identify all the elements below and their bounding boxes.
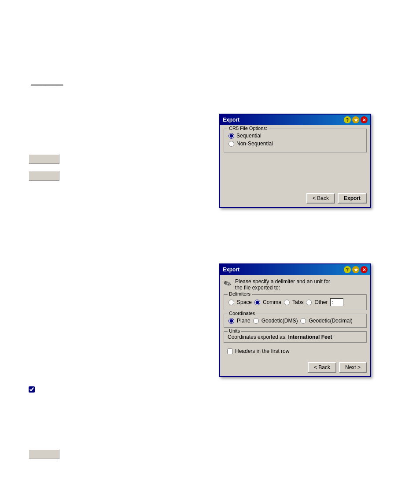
- dialog1-star-icon[interactable]: ★: [352, 116, 359, 123]
- delimiter-space-radio[interactable]: [228, 300, 234, 305]
- top-link[interactable]: ___________: [31, 79, 63, 85]
- dialog2-info-text: Please specify a delimiter and an unit f…: [235, 278, 330, 291]
- dialog1-export-button[interactable]: Export: [338, 193, 367, 204]
- coord-geodetic-decimal-radio[interactable]: [300, 318, 306, 324]
- bottom-checkbox[interactable]: [29, 386, 35, 393]
- dialog2-back-button[interactable]: < Back: [308, 362, 336, 373]
- coordinates-label: Coordinates: [228, 311, 256, 316]
- coordinates-row: Plane Geodetic(DMS) Geodetic(Decimal): [228, 318, 362, 324]
- dialog1-title: Export: [223, 117, 239, 123]
- dialog1-help-icon[interactable]: ?: [344, 116, 351, 123]
- cr5-options-group: CR5 File Options: Sequential Non-Sequent…: [224, 129, 367, 152]
- bottom-checkbox-area: [29, 386, 35, 393]
- delimiter-tabs-radio[interactable]: [284, 300, 290, 305]
- dialog1-titlebar-icons: ? ★ ✕: [344, 116, 368, 123]
- dialog1-back-button[interactable]: < Back: [306, 193, 335, 204]
- delimiter-other-input[interactable]: [330, 298, 343, 306]
- left-button-1[interactable]: [29, 154, 59, 164]
- coord-plane-label: Plane: [237, 318, 251, 324]
- dialog2-titlebar-icons: ? ★ ✕: [344, 266, 368, 273]
- dialog2-info-line1: Please specify a delimiter and an unit f…: [235, 278, 330, 285]
- dialog2-titlebar: Export ? ★ ✕: [220, 264, 370, 275]
- units-group: Units Coordinates exported as: Internati…: [224, 331, 367, 343]
- dialog2-info-line2: the file exported to:: [235, 285, 330, 291]
- left-button-bottom[interactable]: [29, 449, 59, 459]
- dialog1-body: CR5 File Options: Sequential Non-Sequent…: [220, 125, 370, 190]
- nonsequential-row: Non-Sequential: [228, 141, 362, 147]
- export-dialog-2: Export ? ★ ✕ ✏ Please specify a delimite…: [219, 263, 371, 377]
- delimiter-comma-label: Comma: [263, 299, 281, 305]
- dialog2-title: Export: [223, 267, 239, 273]
- pen-icon: ✏: [222, 278, 233, 291]
- export-dialog-1: Export ? ★ ✕ CR5 File Options: Sequentia…: [219, 114, 371, 208]
- delimiter-tabs-label: Tabs: [292, 299, 303, 305]
- sequential-radio[interactable]: [228, 133, 234, 139]
- delimiter-other-radio[interactable]: [306, 300, 312, 305]
- coord-geodetic-dms-radio[interactable]: [253, 318, 259, 324]
- dialog1-titlebar: Export ? ★ ✕: [220, 115, 370, 125]
- delimiters-row: Space Comma Tabs Other: [228, 298, 362, 306]
- delimiters-group: Delimiters Space Comma Tabs Other: [224, 294, 367, 310]
- dialog2-body: ✏ Please specify a delimiter and an unit…: [220, 275, 370, 359]
- page-background: { "top_link": { "label": "___________" }…: [0, 0, 420, 504]
- nonsequential-radio[interactable]: [228, 141, 234, 147]
- coord-plane-radio[interactable]: [228, 318, 234, 324]
- units-prefix: Coordinates exported as:: [228, 334, 288, 340]
- units-label: Units: [228, 328, 241, 334]
- dialog1-footer: < Back Export: [220, 190, 370, 207]
- left-button-2[interactable]: [29, 171, 59, 181]
- sequential-label: Sequential: [236, 133, 262, 139]
- dialog2-next-button[interactable]: Next >: [339, 362, 367, 373]
- dialog2-help-icon[interactable]: ?: [344, 266, 351, 273]
- headers-row: Headers in the first row: [224, 346, 367, 356]
- coord-geodetic-dms-label: Geodetic(DMS): [262, 318, 298, 324]
- dialog1-close-icon[interactable]: ✕: [361, 116, 368, 123]
- dialog2-footer: < Back Next >: [220, 359, 370, 376]
- dialog2-info-area: ✏ Please specify a delimiter and an unit…: [224, 278, 367, 291]
- coordinates-group: Coordinates Plane Geodetic(DMS) Geodetic…: [224, 314, 367, 328]
- headers-checkbox-label: Headers in the first row: [235, 348, 289, 354]
- headers-checkbox[interactable]: [227, 348, 233, 354]
- delimiter-other-label: Other: [314, 299, 328, 305]
- dialog2-star-icon[interactable]: ★: [352, 266, 359, 273]
- delimiter-space-label: Space: [237, 299, 252, 305]
- sequential-row: Sequential: [228, 133, 362, 139]
- delimiters-label: Delimiters: [228, 291, 252, 296]
- dialog2-close-icon[interactable]: ✕: [361, 266, 368, 273]
- units-value: International Feet: [288, 334, 332, 340]
- cr5-options-label: CR5 File Options:: [228, 126, 269, 131]
- delimiter-comma-radio[interactable]: [254, 300, 260, 305]
- coord-geodetic-decimal-label: Geodetic(Decimal): [309, 318, 352, 324]
- nonsequential-label: Non-Sequential: [236, 141, 273, 147]
